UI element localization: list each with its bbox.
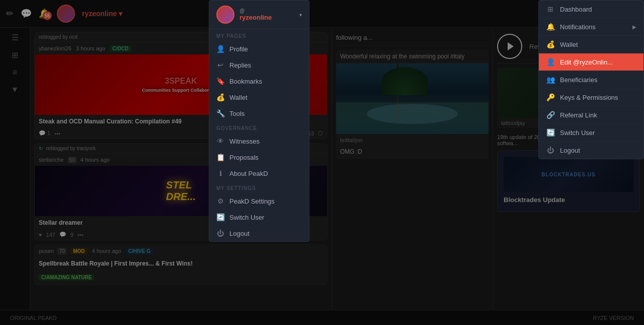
menu-about[interactable]: ℹ About PeakD — [209, 165, 309, 181]
section-my-pages-label: MY PAGES — [209, 29, 309, 41]
wallet-right-label: Wallet — [560, 41, 578, 48]
menu-logout-left[interactable]: ⏻ Logout — [209, 225, 309, 241]
right-user-dropdown: ⊞ Dashboard 🔔 Notifications ▶ 💰 Wallet 👤… — [538, 0, 644, 159]
right-menu-switch-user[interactable]: 🔄 Switch User — [539, 124, 643, 142]
section-settings-label: MY SETTINGS — [209, 181, 309, 193]
menu-wallet-left[interactable]: 💰 Wallet — [209, 89, 309, 105]
menu-profile[interactable]: 👤 Profile — [209, 41, 309, 57]
menu-replies[interactable]: ↩ Replies — [209, 57, 309, 73]
dashboard-label: Dashboard — [560, 6, 592, 13]
menu-switch-user-left[interactable]: 🔄 Switch User — [209, 209, 309, 225]
bookmarks-menu-label: Bookmarks — [229, 78, 262, 85]
wallet-right-icon: 💰 — [546, 40, 555, 48]
right-menu-keys[interactable]: 🔑 Keys & Permissions — [539, 89, 643, 106]
right-menu-logout[interactable]: ⏻ Logout — [539, 142, 643, 159]
left-dropdown-avatar — [216, 6, 234, 24]
dashboard-icon: ⊞ — [546, 5, 555, 13]
menu-peakd-settings[interactable]: ⚙ PeakD Settings — [209, 193, 309, 209]
witnesses-icon: 👁 — [216, 137, 224, 145]
menu-tools[interactable]: 🔧 Tools — [209, 105, 309, 121]
notifications-label: Notifications — [560, 23, 596, 31]
peakd-settings-icon: ⚙ — [216, 197, 224, 205]
right-menu-wallet[interactable]: 💰 Wallet — [539, 36, 643, 53]
switch-user-left-icon: 🔄 — [216, 213, 224, 221]
logout-left-icon: ⏻ — [216, 229, 224, 237]
logout-right-icon: ⏻ — [546, 146, 555, 154]
menu-proposals[interactable]: 📋 Proposals — [209, 149, 309, 165]
referral-icon: 🔗 — [546, 111, 555, 119]
witnesses-label: Witnesses — [229, 138, 260, 145]
right-menu-beneficiaries[interactable]: 👥 Beneficiaries — [539, 71, 643, 89]
beneficiaries-icon: 👥 — [546, 76, 555, 84]
switch-user-left-label: Switch User — [229, 214, 264, 221]
wallet-left-icon: 💰 — [216, 93, 224, 101]
referral-label: Referral Link — [560, 111, 597, 119]
about-icon: ℹ — [216, 169, 224, 177]
left-user-dropdown: @ ryzeonline ▾ MY PAGES 👤 Profile ↩ Repl… — [209, 0, 309, 242]
edit-profile-label: Edit @ryzeOnlin... — [560, 58, 613, 66]
beneficiaries-label: Beneficiaries — [560, 76, 597, 84]
replies-menu-label: Replies — [229, 61, 251, 69]
tools-label: Tools — [229, 110, 245, 117]
proposals-icon: 📋 — [216, 153, 224, 161]
bookmarks-menu-icon: 🔖 — [216, 77, 224, 85]
replies-menu-icon: ↩ — [216, 61, 224, 69]
right-menu-edit-profile[interactable]: 👤 Edit @ryzeOnlin... — [539, 53, 643, 71]
menu-bookmarks[interactable]: 🔖 Bookmarks — [209, 73, 309, 89]
peakd-settings-label: PeakD Settings — [229, 198, 275, 205]
proposals-label: Proposals — [229, 154, 259, 161]
profile-menu-icon: 👤 — [216, 45, 224, 53]
edit-profile-icon: 👤 — [546, 58, 555, 66]
keys-icon: 🔑 — [546, 93, 555, 101]
right-menu-notifications[interactable]: 🔔 Notifications ▶ — [539, 18, 643, 36]
profile-menu-label: Profile — [229, 45, 248, 53]
right-menu-dashboard[interactable]: ⊞ Dashboard — [539, 1, 643, 18]
keys-label: Keys & Permissions — [560, 94, 618, 101]
right-menu-referral[interactable]: 🔗 Referral Link — [539, 106, 643, 124]
notifications-arrow-icon: ▶ — [632, 24, 636, 30]
menu-witnesses[interactable]: 👁 Witnesses — [209, 133, 309, 149]
logout-right-label: Logout — [560, 147, 580, 154]
switch-user-right-label: Switch User — [560, 129, 595, 137]
logout-left-label: Logout — [229, 230, 250, 237]
left-dropdown-header: @ ryzeonline ▾ — [209, 1, 309, 29]
left-dropdown-arrow: ▾ — [299, 12, 302, 18]
switch-user-right-icon: 🔄 — [546, 128, 555, 137]
notifications-icon: 🔔 — [546, 23, 555, 31]
tools-icon: 🔧 — [216, 109, 224, 117]
wallet-left-label: Wallet — [229, 94, 248, 101]
about-label: About PeakD — [229, 170, 268, 177]
left-dropdown-account-label: @ — [239, 8, 272, 14]
section-governance-label: GOVERNANCE — [209, 121, 309, 133]
left-dropdown-username: ryzeonline — [239, 14, 272, 21]
